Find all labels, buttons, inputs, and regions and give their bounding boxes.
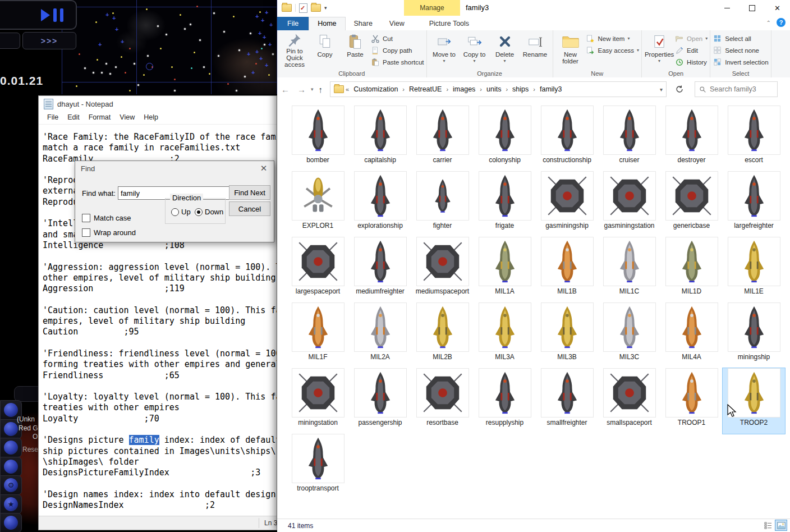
file-carrier[interactable]: carrier [411,106,474,171]
empire-button[interactable]: ★ [0,494,22,514]
file-MIL2A[interactable]: MIL2A [349,302,411,368]
file-MIL3A[interactable]: MIL3A [474,302,536,368]
menu-help[interactable]: Help [139,112,163,124]
help-icon[interactable]: ? [777,18,786,27]
file-EXPLOR1[interactable]: EXPLOR1 [287,171,349,237]
file-constructionship[interactable]: constructionship [536,106,598,171]
file-MIL4A[interactable]: MIL4A [660,302,723,368]
file-MIL1B[interactable]: MIL1B [536,237,598,302]
file-MIL1E[interactable]: MIL1E [723,237,785,302]
forward-icon[interactable]: → [293,85,310,94]
menu-view[interactable]: View [115,112,139,124]
cancel-button[interactable]: Cancel [229,201,270,216]
properties-check-icon[interactable] [299,3,307,13]
play-pause-button[interactable] [0,0,77,30]
direction-down-radio[interactable]: Down [195,208,223,216]
ribbon-button-open[interactable]: Open▾ [674,34,708,43]
ribbon-button-history[interactable]: History [674,57,708,67]
research-button[interactable]: ⚙ [0,475,22,495]
fast-forward-button[interactable]: >>> [22,32,76,49]
ribbon-button-select-all[interactable]: Select all [713,34,768,43]
tab-file[interactable]: File [277,17,309,30]
ribbon-button-select-none[interactable]: Select none [713,45,768,55]
tab-view[interactable]: View [381,17,413,30]
large-icons-view-icon[interactable] [775,520,787,530]
folder-icon[interactable] [311,4,321,12]
file-miningstation[interactable]: miningstation [287,368,349,434]
address-dropdown-icon[interactable]: ▾ [660,86,663,93]
file-cruiser[interactable]: cruiser [598,106,660,171]
file-destroyer[interactable]: destroyer [660,106,723,171]
ribbon-button-paste-shortcut[interactable]: Paste shortcut [370,57,424,67]
file-passengership[interactable]: passengership [349,368,411,434]
ribbon-button-paste[interactable]: Paste [340,32,370,68]
file-resortbase[interactable]: resortbase [411,368,474,434]
diplomacy-button[interactable] [0,457,22,476]
file-smallfreighter[interactable]: smallfreighter [536,368,598,434]
back-icon[interactable]: ← [277,85,293,94]
ribbon-button-new-folder[interactable]: New folder [555,32,586,68]
file-explorationship[interactable]: explorationship [349,171,411,237]
maximize-button[interactable] [740,0,765,16]
ribbon-button-pin-to-quick-access[interactable]: Pin to Quick access [279,32,310,68]
file-MIL2B[interactable]: MIL2B [411,302,474,368]
tab-picture-tools[interactable]: Picture Tools [421,17,477,30]
search-input[interactable]: Search family3 [695,81,778,97]
file-bomber[interactable]: bomber [287,106,349,171]
minimize-button[interactable] [714,0,740,16]
ribbon-button-easy-access[interactable]: Easy access▾ [586,45,640,55]
explorer-titlebar[interactable]: ▾ Manage family3 ✕ [277,0,790,16]
ribbon-button-new-item[interactable]: New item▾ [586,34,640,43]
file-colonyship[interactable]: colonyship [474,106,536,171]
folder-icon[interactable] [282,4,292,12]
up-icon[interactable]: ↑ [315,85,327,94]
find-dialog-title[interactable]: Find [75,161,274,176]
galaxy-map[interactable]: 2 +++++++++++++++++ [62,0,277,94]
ships-button[interactable] [0,513,22,532]
ribbon-button-copy-to[interactable]: Copy to▾ [460,32,490,68]
file-resupplyship[interactable]: resupplyship [474,368,536,434]
breadcrumb-customization[interactable]: Customization [351,85,401,93]
breadcrumb-chevron[interactable]: › [444,86,450,93]
menu-file[interactable]: File [43,112,63,124]
chevron-down-icon[interactable]: ▾ [324,5,327,11]
file-largefreighter[interactable]: largefreighter [723,171,785,237]
find-next-button[interactable]: Find Next [229,185,270,200]
file-TROOP2[interactable]: TROOP2 [723,368,785,434]
details-view-icon[interactable] [763,520,774,530]
tab-share[interactable]: Share [346,17,381,30]
collapse-ribbon-icon[interactable]: ⌃ [766,20,771,26]
wrap-around-checkbox[interactable]: Wrap around [82,228,136,237]
file-MIL1C[interactable]: MIL1C [598,237,660,302]
file-MIL1F[interactable]: MIL1F [287,302,349,368]
breadcrumb-ships[interactable]: ships [509,85,531,93]
file-gasminingship[interactable]: gasminingship [536,171,598,237]
ribbon-button-move-to[interactable]: Move to▾ [429,32,460,68]
file-mediumfreighter[interactable]: mediumfreighter [349,237,411,302]
ribbon-button-invert-selection[interactable]: Invert selection [713,57,768,67]
file-MIL1A[interactable]: MIL1A [474,237,536,302]
menu-edit[interactable]: Edit [63,112,84,124]
espionage-button[interactable] [0,438,22,457]
breadcrumb-chevron[interactable]: › [401,86,406,93]
refresh-icon[interactable] [672,85,687,94]
hud-button[interactable] [0,33,20,49]
breadcrumb-overflow-icon[interactable]: « [344,86,351,93]
file-escort[interactable]: escort [723,106,785,171]
file-capitalship[interactable]: capitalship [349,106,411,171]
breadcrumb-family3[interactable]: family3 [537,85,565,93]
close-icon[interactable]: ✕ [258,163,269,173]
file-list[interactable]: bombercapitalshipcarriercolonyshipconstr… [277,101,790,519]
ribbon-button-copy[interactable]: Copy [310,32,340,68]
ribbon-button-cut[interactable]: Cut [370,34,424,43]
breadcrumb-chevron[interactable]: › [531,86,537,93]
notepad-titlebar[interactable]: dhayut - Notepad [39,96,277,112]
file-largespaceport[interactable]: largespaceport [287,237,349,302]
ribbon-button-copy-path[interactable]: Copy path [370,45,424,55]
ribbon-button-edit[interactable]: Edit [674,45,708,55]
ribbon-button-properties[interactable]: Properties▾ [644,32,674,68]
breadcrumb-images[interactable]: images [450,85,478,93]
recent-locations-icon[interactable]: ▾ [310,86,315,92]
ribbon-button-rename[interactable]: Rename [520,32,550,68]
file-MIL3C[interactable]: MIL3C [598,302,660,368]
